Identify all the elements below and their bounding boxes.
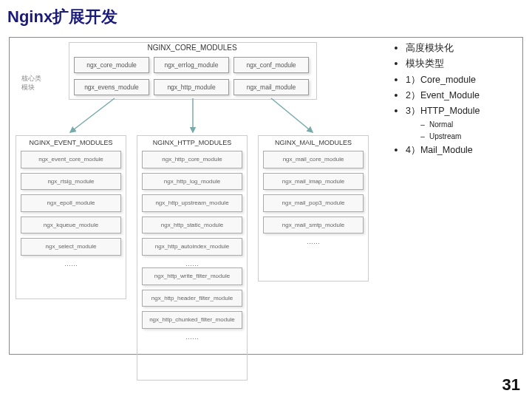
dash-icon: – xyxy=(416,119,429,131)
list-item: – Upstream xyxy=(416,131,527,143)
module-box: ngx_mail_core_module xyxy=(263,151,364,168)
module-box: ngx_conf_module xyxy=(233,57,309,73)
list-item: • 4）Mail_Module xyxy=(386,143,527,158)
module-box: ngx_evens_module xyxy=(74,79,149,95)
bullet-dot-icon: • xyxy=(386,56,406,72)
sub-bullet-list: – Normal – Upstream xyxy=(416,119,527,143)
core-modules-header: NGINX_CORE_MODULES xyxy=(100,44,284,52)
bullet-dot-icon: • xyxy=(386,103,406,119)
module-box: ngx_core_module xyxy=(74,57,149,73)
module-box: ngx_select_module xyxy=(21,238,121,256)
core-side-label: 核心类 模块 xyxy=(21,75,41,92)
page-number: 31 xyxy=(502,375,520,395)
module-box: ngx_http_autoindex_module xyxy=(142,238,242,256)
dash-icon: – xyxy=(416,131,429,143)
module-box: ngx_http_core_module xyxy=(142,151,242,168)
bullet-dot-icon: • xyxy=(386,88,406,103)
mail-col-header: NGINX_MAIL_MODULES xyxy=(263,139,364,146)
mail-modules-column: NGINX_MAIL_MODULES ngx_mail_core_module … xyxy=(258,135,369,282)
module-box: ngx_http_module xyxy=(154,79,229,95)
list-item: • 模块类型 xyxy=(386,56,527,72)
side-label-line2: 模块 xyxy=(21,83,35,91)
list-item: • 3）HTTP_Module xyxy=(386,103,527,119)
ellipsis: …… xyxy=(142,260,242,267)
bullet-text: 1）Core_module xyxy=(406,72,476,88)
bullet-list: • 高度模块化 • 模块类型 • 1）Core_module • 2）Event… xyxy=(386,41,527,159)
module-box: ngx_mail_pop3_module xyxy=(263,194,364,212)
module-box: ngx_http_write_filter_module xyxy=(142,267,242,285)
event-modules-column: NGINX_EVENT_MODULES ngx_event_core_modul… xyxy=(16,135,126,299)
module-box: ngx_http_header_filter_module xyxy=(142,290,242,307)
list-item: • 高度模块化 xyxy=(386,41,527,56)
list-item: • 1）Core_module xyxy=(386,72,527,88)
bullet-dot-icon: • xyxy=(386,41,406,56)
module-diagram: NGINX_CORE_MODULES 核心类 模块 ngx_core_modul… xyxy=(11,39,373,349)
module-box: ngx_http_log_module xyxy=(142,173,242,191)
module-box: ngx_epoll_module xyxy=(21,194,121,212)
bullet-text: 4）Mail_Module xyxy=(406,143,473,158)
core-row-1: ngx_core_module ngx_errlog_module ngx_co… xyxy=(74,57,309,73)
module-box: ngx_kqueue_module xyxy=(21,216,121,234)
svg-line-0 xyxy=(70,98,115,132)
http-modules-column: NGINX_HTTP_MODULES ngx_http_core_module … xyxy=(137,135,248,381)
module-box: ngx_event_core_module xyxy=(21,151,121,168)
module-box: ngx_errlog_module xyxy=(154,57,229,73)
main-content-frame: NGINX_CORE_MODULES 核心类 模块 ngx_core_modul… xyxy=(9,37,523,355)
event-col-header: NGINX_EVENT_MODULES xyxy=(21,139,121,146)
module-box: ngx_rtsig_module xyxy=(21,173,121,191)
list-item: • 2）Event_Module xyxy=(386,88,527,103)
bullet-dot-icon: • xyxy=(386,72,406,88)
ellipsis: …… xyxy=(142,333,242,341)
sub-bullet-text: Upstream xyxy=(429,131,461,143)
slide-title: Nginx扩展开发 xyxy=(7,6,117,28)
module-box: ngx_http_upstream_module xyxy=(142,194,242,212)
module-box: ngx_http_chunked_filter_module xyxy=(142,311,242,329)
module-box: ngx_http_static_module xyxy=(142,216,242,234)
sub-bullet-text: Normal xyxy=(429,119,453,131)
side-label-line1: 核心类 xyxy=(21,75,41,82)
svg-line-2 xyxy=(271,98,313,132)
module-box: ngx_mail_imap_module xyxy=(263,173,364,191)
ellipsis: …… xyxy=(21,260,121,267)
core-row-2: ngx_evens_module ngx_http_module ngx_mai… xyxy=(74,79,309,95)
list-item: – Normal xyxy=(416,119,527,131)
module-box: ngx_mail_module xyxy=(233,79,309,95)
http-col-header: NGINX_HTTP_MODULES xyxy=(142,139,242,146)
bullet-text: 高度模块化 xyxy=(406,41,454,56)
bullet-dot-icon: • xyxy=(386,143,406,158)
bullet-text: 3）HTTP_Module xyxy=(406,103,480,119)
bullet-text: 模块类型 xyxy=(406,56,444,72)
module-box: ngx_mail_smtp_module xyxy=(263,216,364,234)
ellipsis: …… xyxy=(263,238,364,245)
bullet-text: 2）Event_Module xyxy=(406,88,480,103)
connector-arrows-icon xyxy=(11,97,373,134)
